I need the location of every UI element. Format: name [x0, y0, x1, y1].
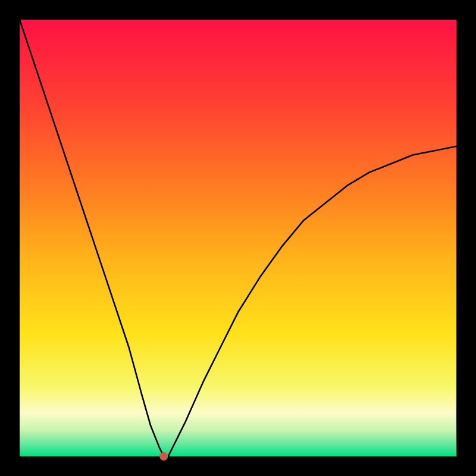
chart-container: TheBottleneck.com: [0, 0, 476, 476]
optimum-marker: [159, 452, 168, 461]
bottleneck-chart: [0, 0, 476, 476]
plot-background: [20, 20, 456, 456]
